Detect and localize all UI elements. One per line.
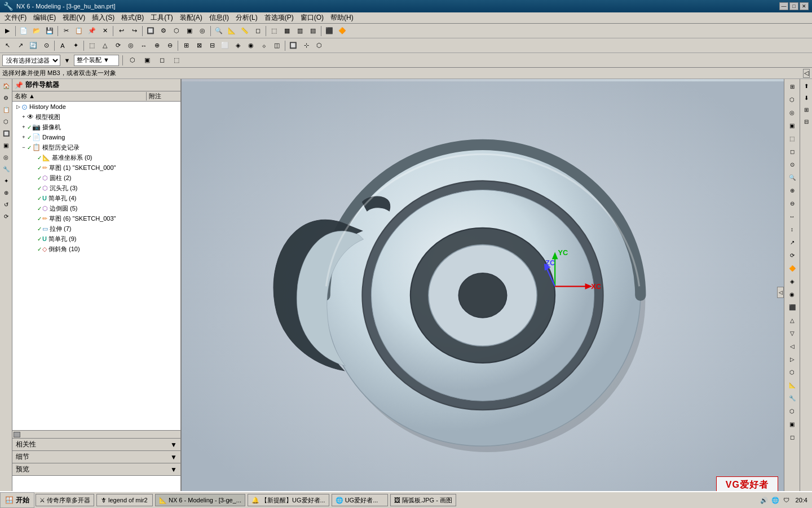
filter-dropdown-arrow[interactable]: ▼ — [63, 54, 72, 67]
tb-btn-13[interactable]: ▤ — [307, 25, 319, 37]
tree-cylinder[interactable]: ✓ ⬡ 圆柱 (2) — [12, 173, 180, 183]
left-tb-10[interactable]: ⊕ — [1, 187, 12, 198]
tb2-btn-22[interactable]: 🔲 — [287, 40, 299, 52]
tb2-btn-14[interactable]: ⊞ — [180, 40, 192, 52]
menu-info[interactable]: 信息(I) — [206, 12, 232, 24]
tree-model-views[interactable]: + 👁 模型视图 — [12, 112, 180, 122]
rt-btn-23[interactable]: ⬡ — [785, 366, 799, 378]
left-tb-4[interactable]: ⬡ — [1, 116, 12, 127]
filter-select[interactable]: 没有选择过滤器 — [2, 55, 60, 66]
taskbar-item-5[interactable]: 🌐 UG爱好者... — [332, 494, 388, 506]
tb2-btn-9[interactable]: ⟳ — [112, 40, 124, 52]
tb2-btn-11[interactable]: ↔ — [138, 40, 150, 52]
left-tb-2[interactable]: ⚙ — [1, 92, 12, 103]
rt-btn-28[interactable]: ◻ — [785, 431, 799, 443]
tree-extrude[interactable]: ✓ ▭ 拉伸 (7) — [12, 224, 180, 234]
menu-help[interactable]: 帮助(H) — [327, 12, 357, 24]
tb-btn-9[interactable]: ◻ — [251, 25, 264, 37]
tree-history-mode[interactable]: ▷ ⊙ History Mode — [12, 102, 180, 112]
tb2-btn-20[interactable]: ⟐ — [258, 40, 270, 52]
tb2-btn-18[interactable]: ◈ — [232, 40, 244, 52]
new-button[interactable]: 📄 — [17, 25, 30, 37]
expand-icon-5[interactable]: − — [20, 144, 27, 151]
rt-btn-25[interactable]: 🔧 — [785, 392, 799, 404]
rt-btn-3[interactable]: ◎ — [785, 106, 799, 119]
rt-btn-19[interactable]: △ — [785, 314, 799, 326]
rt-btn-26[interactable]: ⬡ — [785, 405, 799, 417]
tree-chamfer[interactable]: ✓ ◇ 倒斜角 (10) — [12, 244, 180, 254]
frt-btn-3[interactable]: ⊞ — [801, 104, 812, 115]
taskbar-item-4[interactable]: 🔔 【新提醒】UG爱好者... — [248, 494, 329, 506]
tb-btn-4[interactable]: ▣ — [183, 25, 196, 37]
left-tb-8[interactable]: 🔧 — [1, 163, 12, 174]
scroll-thumb[interactable] — [14, 432, 20, 437]
status-arrow[interactable]: ◁ — [803, 69, 810, 78]
maximize-button[interactable]: □ — [789, 2, 798, 10]
viewport-arrow-left[interactable]: ◁ — [777, 287, 784, 298]
left-tb-7[interactable]: ◎ — [1, 151, 12, 163]
menu-analysis[interactable]: 分析(L) — [232, 12, 261, 24]
rt-btn-12[interactable]: ↕ — [785, 223, 799, 235]
tb-btn-3[interactable]: ⬡ — [170, 25, 183, 37]
tb2-btn-10[interactable]: ◎ — [125, 40, 137, 52]
tb-btn-8[interactable]: 📏 — [239, 25, 251, 37]
tree-sketch-6[interactable]: ✓ ✏ 草图 (6) "SKETCH_003" — [12, 213, 180, 224]
rt-btn-9[interactable]: ⊕ — [785, 184, 799, 196]
menu-file[interactable]: 文件(F) — [1, 12, 30, 24]
rt-btn-6[interactable]: ◻ — [785, 145, 799, 157]
menu-insert[interactable]: 插入(S) — [89, 12, 118, 24]
rt-btn-1[interactable]: ⊞ — [785, 80, 799, 93]
expand-icon[interactable]: ▷ — [15, 103, 21, 110]
filter-btn-2[interactable]: ▣ — [141, 54, 153, 67]
left-tb-6[interactable]: ▣ — [1, 139, 12, 151]
left-tb-5[interactable]: 🔲 — [1, 128, 12, 139]
frt-btn-2[interactable]: ⬇ — [801, 92, 812, 103]
menu-window[interactable]: 窗口(O) — [297, 12, 327, 24]
rt-btn-27[interactable]: ▣ — [785, 418, 799, 430]
rt-btn-2[interactable]: ⬡ — [785, 93, 799, 106]
menu-tools[interactable]: 工具(T) — [147, 12, 176, 24]
expand-icon-3[interactable]: + — [20, 124, 27, 130]
nav-section-relativity[interactable]: 相关性 ▼ — [12, 439, 180, 451]
minimize-button[interactable]: — — [779, 2, 788, 10]
tb2-btn-4[interactable]: ⊙ — [40, 40, 52, 52]
filter-btn-4[interactable]: ⬚ — [170, 54, 183, 67]
tb-btn-7[interactable]: 📐 — [226, 25, 238, 37]
tb-btn-11[interactable]: ▦ — [281, 25, 293, 37]
tb2-btn-16[interactable]: ⊟ — [206, 40, 218, 52]
rt-btn-18[interactable]: ⬛ — [785, 301, 799, 313]
menu-preferences[interactable]: 首选项(P) — [261, 12, 297, 24]
taskbar-item-6[interactable]: 🖼 隔弧板.JPG - 画图 — [390, 494, 456, 506]
left-tb-11[interactable]: ↺ — [1, 199, 12, 210]
delete-button[interactable]: ✕ — [99, 25, 111, 37]
rt-btn-16[interactable]: ◈ — [785, 275, 799, 287]
nav-section-detail[interactable]: 细节 ▼ — [12, 451, 180, 463]
copy-button[interactable]: 📋 — [73, 25, 85, 37]
tb2-btn-17[interactable]: ⬜ — [219, 40, 231, 52]
expand-icon-4[interactable]: + — [20, 134, 27, 141]
menu-assembly[interactable]: 装配(A) — [176, 12, 206, 24]
tb2-btn-5[interactable]: A — [56, 40, 69, 52]
start-button[interactable]: ▶ — [1, 25, 14, 37]
assembly-filter[interactable]: 整个装配 ▼ — [74, 55, 119, 66]
rt-btn-8[interactable]: 🔍 — [785, 171, 799, 183]
rt-btn-22[interactable]: ▷ — [785, 353, 799, 365]
rt-btn-24[interactable]: 📐 — [785, 379, 799, 391]
systray-2[interactable]: 🌐 — [771, 496, 780, 505]
rt-btn-15[interactable]: 🔶 — [785, 262, 799, 274]
tb2-btn-21[interactable]: ◫ — [271, 40, 283, 52]
menu-format[interactable]: 格式(B) — [118, 12, 147, 24]
paste-button[interactable]: 📌 — [86, 25, 98, 37]
nav-scrollbar[interactable] — [12, 430, 180, 438]
tb-btn-1[interactable]: 🔲 — [144, 25, 157, 37]
tb2-btn-15[interactable]: ⊠ — [193, 40, 205, 52]
rt-btn-14[interactable]: ⟳ — [785, 249, 799, 261]
tb2-btn-23[interactable]: ⊹ — [300, 40, 312, 52]
systray-1[interactable]: 🔊 — [760, 496, 769, 505]
left-tb-9[interactable]: ✦ — [1, 175, 12, 186]
rt-btn-21[interactable]: ◁ — [785, 340, 799, 352]
tree-hole-9[interactable]: ✓ U 简单孔 (9) — [12, 234, 180, 244]
tb-btn-12[interactable]: ▥ — [294, 25, 306, 37]
tb2-btn-8[interactable]: △ — [99, 40, 111, 52]
left-tb-3[interactable]: 📋 — [1, 104, 12, 115]
